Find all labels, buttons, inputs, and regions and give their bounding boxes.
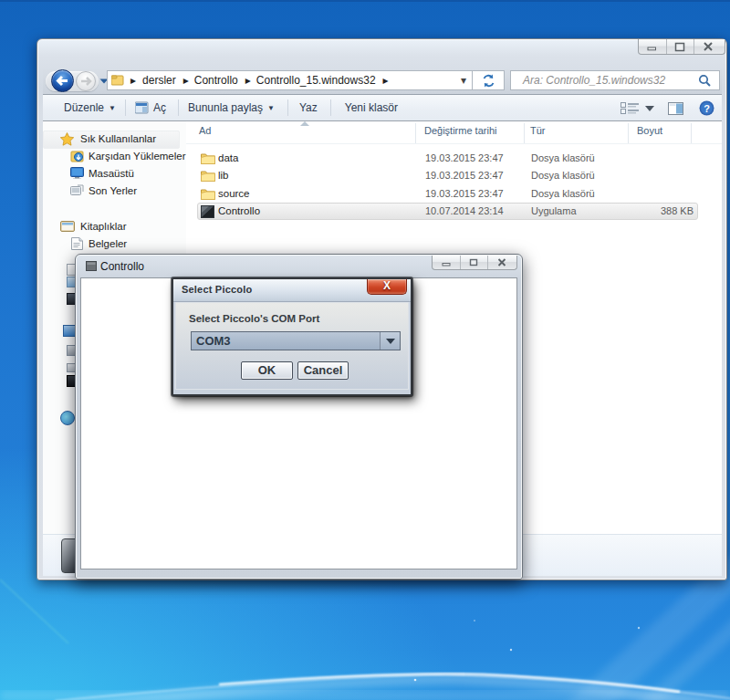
- svg-text:?: ?: [704, 103, 710, 114]
